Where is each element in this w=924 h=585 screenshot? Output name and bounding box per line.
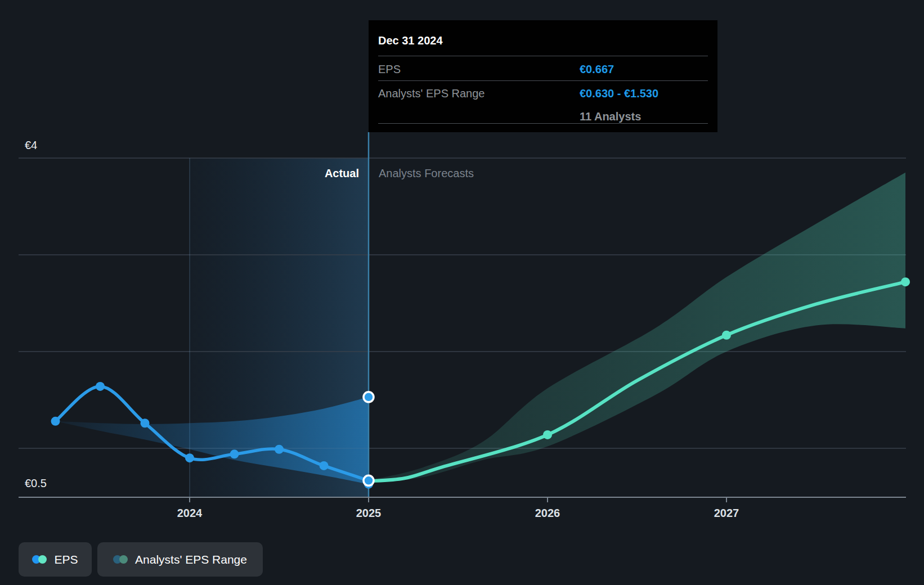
y-axis-label-top: €4 [25,139,37,152]
tooltip-analysts-count: 11 Analysts [580,110,641,123]
forecast-point [901,277,910,286]
highlighted-point-ring [364,392,374,402]
actual-period-label: Actual [270,167,359,180]
tooltip-range-value: €0.630 - €1.530 [580,87,658,100]
eps-forecast-chart: €4 €0.5 2024 2025 2026 2027 Actual Analy… [0,0,924,585]
forecast-period-label: Analysts Forecasts [379,167,474,180]
forecast-point [722,331,731,340]
eps-actual-point [51,417,60,426]
tooltip-eps-label: EPS [378,63,401,76]
x-tick-2025: 2025 [340,507,397,520]
tooltip-eps-value: €0.667 [580,63,614,76]
x-tick-2024: 2024 [162,507,218,520]
legend-range-label: Analysts' EPS Range [135,553,247,566]
x-tick-2026: 2026 [519,507,576,520]
y-axis-label-bottom: €0.5 [25,477,47,490]
eps-actual-point [275,445,284,454]
eps-actual-point [185,453,194,462]
legend-item-eps[interactable]: EPS [19,542,92,577]
legend-eps-label: EPS [54,553,78,566]
range-series-icon [113,555,128,564]
eps-actual-point [320,461,329,470]
analysts-range-forecast-band [369,173,905,483]
tooltip-date: Dec 31 2024 [378,34,443,47]
highlighted-point-ring [364,475,374,485]
eps-series-icon [32,555,47,564]
eps-actual-point [141,418,150,428]
hover-tooltip: Dec 31 2024 EPS €0.667 Analysts' EPS Ran… [369,20,717,132]
forecast-point [543,430,552,439]
tooltip-divider [378,123,708,124]
tooltip-range-label: Analysts' EPS Range [378,87,485,100]
tooltip-divider [378,56,708,56]
eps-actual-point [96,382,105,391]
eps-actual-point [230,449,239,458]
tooltip-divider [378,80,708,81]
x-tick-2027: 2027 [698,507,755,520]
legend-item-analysts-eps-range[interactable]: Analysts' EPS Range [97,542,263,577]
